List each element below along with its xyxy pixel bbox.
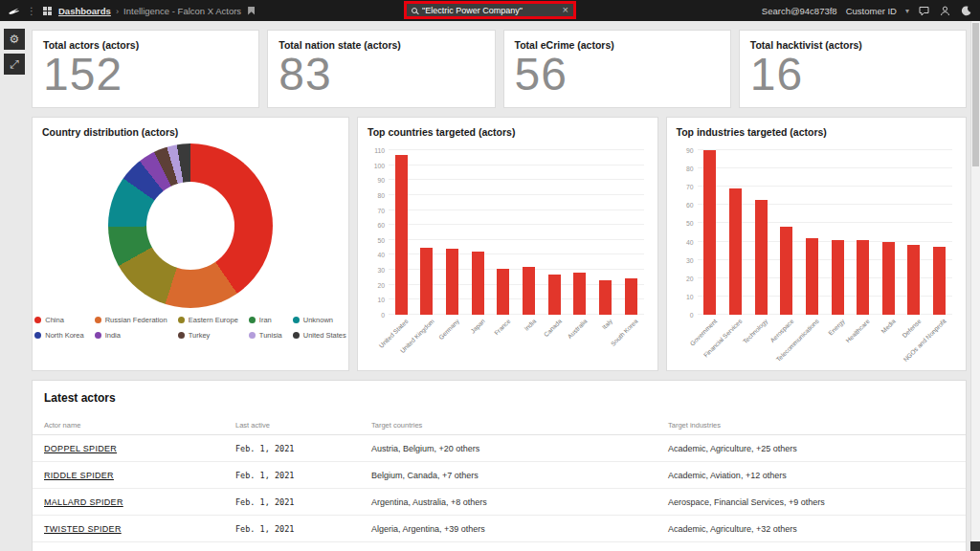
legend-dot — [249, 317, 256, 323]
target-industries-cell: Aerospace, Financial Services, +9 others — [668, 497, 954, 507]
legend-dot — [95, 317, 101, 323]
legend-item-north-korea[interactable]: North Korea — [34, 331, 83, 340]
table-row[interactable]: DOPPEL SPIDER Feb. 1, 2021 Austria, Belg… — [33, 435, 966, 462]
legend-label: North Korea — [45, 331, 83, 340]
clear-search-icon[interactable]: × — [563, 5, 568, 15]
bar-united-states[interactable] — [395, 155, 408, 315]
stats-row: Total actors (actors) 152 Total nation s… — [32, 30, 967, 108]
y-axis-tick-label: 20 — [686, 275, 694, 281]
legend-item-turkey[interactable]: Turkey — [178, 331, 238, 340]
bar-japan[interactable] — [472, 252, 484, 315]
bookmark-icon[interactable] — [248, 7, 255, 15]
x-axis-label: Defense — [901, 318, 922, 339]
legend-item-united-states[interactable]: United States — [293, 331, 346, 340]
settings-gear-button[interactable]: ⚙ — [4, 29, 25, 50]
bar-france[interactable] — [497, 269, 509, 315]
y-axis-tick-label: 40 — [686, 238, 694, 245]
plot-area: 0102030405060708090100110 — [389, 150, 644, 315]
y-axis-tick-label: 20 — [377, 281, 385, 288]
stat-card-ecrime: Total eCrime (actors) 56 — [503, 30, 731, 108]
legend-dot — [34, 332, 41, 339]
bar-south-korea[interactable] — [625, 278, 637, 315]
table-row[interactable]: MALLARD SPIDER Feb. 1, 2021 Argentina, A… — [33, 489, 966, 516]
legend-item-eastern-europe[interactable]: Eastern Europe — [178, 316, 238, 324]
bar-healthcare[interactable] — [857, 240, 869, 315]
actor-name-link[interactable]: MALLARD SPIDER — [44, 497, 235, 507]
bar-germany[interactable] — [446, 249, 458, 315]
x-axis-label: Media — [880, 318, 897, 335]
breadcrumb-dashboards-link[interactable]: Dashboards — [58, 6, 111, 16]
table-row[interactable]: RIDDLE SPIDER Feb. 1, 2021 Belgium, Cana… — [33, 462, 966, 489]
chevron-down-icon[interactable]: ▾ — [905, 7, 909, 15]
bar-government[interactable] — [703, 150, 716, 315]
y-axis-tick-label: 60 — [377, 222, 385, 229]
latest-actors-card: Latest actors Actor name Last active Tar… — [32, 380, 967, 551]
last-active-cell: Feb. 1, 2021 — [235, 497, 371, 507]
customer-id-dropdown[interactable]: Customer ID — [846, 6, 897, 16]
legend-label: Eastern Europe — [189, 316, 238, 324]
country-distribution-donut[interactable] — [108, 143, 273, 308]
chart-title: Top industries targeted (actors) — [677, 126, 957, 138]
account-label[interactable]: Search@94c873f8 — [762, 6, 837, 16]
x-axis-label: Canada — [542, 318, 562, 338]
bar-telecommunications[interactable] — [806, 238, 818, 315]
target-industries-cell: Academic, Agriculture, +32 others — [668, 524, 954, 534]
breadcrumb: Dashboards › Intelligence - Falcon X Act… — [58, 6, 241, 16]
y-axis-tick-label: 90 — [377, 177, 385, 184]
legend-label: Turkey — [189, 331, 211, 340]
scrollbar-thumb[interactable] — [972, 23, 979, 166]
legend-item-tunisia[interactable]: Tunisia — [249, 331, 282, 340]
y-axis-tick-label: 10 — [377, 297, 385, 303]
bar-canada[interactable] — [548, 275, 561, 315]
bar-financial-services[interactable] — [729, 188, 742, 315]
actor-name-link[interactable]: TWISTED SPIDER — [44, 524, 235, 534]
stat-card-nation-state: Total nation state (actors) 83 — [267, 30, 495, 108]
search-input[interactable] — [422, 6, 558, 15]
actor-name-link[interactable]: RIDDLE SPIDER — [44, 471, 235, 480]
bar-defense[interactable] — [907, 245, 920, 315]
legend-item-russian-federation[interactable]: Russian Federation — [95, 316, 167, 324]
bar-india[interactable] — [523, 267, 535, 315]
legend-dot — [249, 332, 256, 339]
breadcrumb-current: Intelligence - Falcon X Actors — [123, 6, 241, 16]
legend-label: United States — [303, 331, 346, 340]
user-icon[interactable] — [939, 5, 951, 17]
actor-name-link[interactable]: DOPPEL SPIDER — [44, 444, 235, 453]
kebab-menu-icon[interactable]: ⋮ — [27, 6, 36, 16]
legend-item-india[interactable]: India — [95, 331, 167, 340]
table-header-row: Actor name Last active Target countries … — [33, 416, 966, 435]
y-axis-tick-label: 80 — [686, 165, 694, 172]
actors-table-body: DOPPEL SPIDER Feb. 1, 2021 Austria, Belg… — [33, 435, 966, 542]
vertical-scrollbar[interactable] — [970, 21, 980, 551]
y-axis-tick-label: 90 — [686, 147, 694, 154]
legend-label: Tunisia — [259, 331, 282, 340]
stat-value: 152 — [43, 51, 248, 99]
legend-dot — [95, 332, 101, 339]
legend-item-unknown[interactable]: Unknown — [293, 316, 346, 324]
bar-technology[interactable] — [755, 200, 768, 315]
bar-energy[interactable] — [832, 240, 844, 315]
x-axis-label: Aerospace — [768, 318, 794, 343]
x-axis-label: France — [493, 318, 511, 336]
table-title: Latest actors — [33, 381, 966, 416]
legend-item-china[interactable]: China — [34, 316, 83, 324]
bar-italy[interactable] — [599, 280, 612, 315]
expand-fullscreen-button[interactable]: ⤢ — [4, 54, 25, 75]
y-axis-tick-label: 110 — [374, 147, 385, 154]
last-active-cell: Feb. 1, 2021 — [235, 444, 371, 453]
table-row[interactable]: TWISTED SPIDER Feb. 1, 2021 Algeria, Arg… — [33, 516, 966, 542]
bar-aerospace[interactable] — [780, 227, 792, 315]
x-axis-label: Technology — [742, 318, 769, 345]
apps-grid-icon[interactable] — [43, 7, 52, 15]
legend-item-iran[interactable]: Iran — [249, 316, 282, 324]
crowdstrike-falcon-logo-icon — [8, 5, 20, 17]
bar-ngos-and-nonprofit[interactable] — [933, 247, 946, 315]
plot-area: 0102030405060708090 — [698, 150, 953, 315]
y-axis-tick-label: 30 — [686, 256, 694, 263]
bar-media[interactable] — [882, 242, 895, 315]
topbar: ⋮ Dashboards › Intelligence - Falcon X A… — [0, 0, 980, 21]
bar-australia[interactable] — [573, 273, 586, 315]
bar-united-kingdom[interactable] — [420, 248, 433, 315]
chat-icon[interactable] — [918, 5, 930, 17]
dark-mode-moon-icon[interactable] — [960, 5, 972, 17]
